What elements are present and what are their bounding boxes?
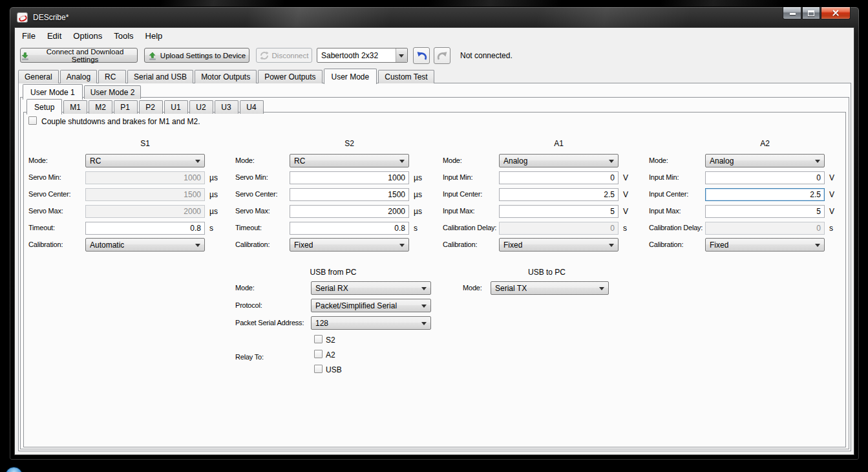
s2-calibration-value: Fixed bbox=[294, 241, 313, 250]
tab-custom-test[interactable]: Custom Test bbox=[378, 70, 434, 83]
s1-timeout-input[interactable]: 0.8 bbox=[85, 222, 205, 235]
s2-mode-value: RC bbox=[294, 156, 305, 166]
titlebar: DEScribe* bbox=[10, 7, 859, 28]
user-mode-page: User Mode 1User Mode 2 SetupM1M2P1P2U1U2… bbox=[18, 83, 851, 451]
usb-from-pc-packet-serial-address-select[interactable]: 128 bbox=[311, 316, 431, 330]
chevron-down-icon bbox=[195, 160, 200, 163]
tab-user-mode-2[interactable]: User Mode 2 bbox=[84, 85, 142, 99]
a1-input-max-input[interactable]: 5 bbox=[499, 205, 619, 218]
tab-power-outputs[interactable]: Power Outputs bbox=[258, 70, 322, 83]
setup-page: Couple shutdowns and brakes for M1 and M… bbox=[23, 112, 846, 447]
s2-servo-max-input[interactable]: 2000 bbox=[290, 205, 409, 218]
usb-from-pc-packet-serial-address-label: Packet Serial Address: bbox=[235, 319, 304, 327]
a1-input-min-input[interactable]: 0 bbox=[499, 171, 619, 184]
s1-servo-max-input[interactable]: 2000 bbox=[85, 205, 205, 218]
a2-input-max-input[interactable]: 5 bbox=[705, 205, 825, 218]
relay-usb-checkbox[interactable] bbox=[314, 365, 323, 373]
a1-input-center-input[interactable]: 2.5 bbox=[499, 188, 619, 201]
a1-calibration-delay-label: Calibration Delay: bbox=[443, 224, 496, 231]
tab-u3[interactable]: U3 bbox=[215, 100, 238, 114]
usb-from-pc-mode-label: Mode: bbox=[235, 284, 255, 292]
undo-button[interactable] bbox=[413, 47, 430, 64]
tab-m2[interactable]: M2 bbox=[89, 100, 112, 114]
relay-usb-label: USB bbox=[326, 365, 342, 374]
user-mode-tab-strip: User Mode 1User Mode 2 bbox=[23, 84, 142, 99]
a1-calibration-value: Fixed bbox=[503, 241, 522, 250]
relay-a2-checkbox[interactable] bbox=[314, 350, 323, 358]
a1-input-min-label: Input Min: bbox=[443, 173, 472, 181]
tab-u1[interactable]: U1 bbox=[164, 100, 188, 114]
close-button[interactable] bbox=[821, 7, 851, 19]
s2-servo-center-input[interactable]: 1500 bbox=[290, 188, 409, 201]
s2-timeout-label: Timeout: bbox=[235, 224, 262, 231]
tab-m1[interactable]: M1 bbox=[63, 100, 87, 114]
a2-input-min-unit: V bbox=[829, 173, 834, 182]
usb-to-pc-mode-select[interactable]: Serial TX bbox=[491, 281, 609, 295]
a2-input-min-input[interactable]: 0 bbox=[705, 171, 825, 184]
s2-servo-min-input[interactable]: 1000 bbox=[290, 171, 409, 184]
start-orb[interactable] bbox=[5, 467, 23, 472]
menu-edit[interactable]: Edit bbox=[41, 28, 67, 43]
tab-p2[interactable]: P2 bbox=[139, 100, 163, 114]
s2-servo-center-unit: µs bbox=[414, 190, 422, 199]
s1-servo-center-input[interactable]: 1500 bbox=[85, 188, 205, 201]
toolbar: Connect and Download Settings Upload Set… bbox=[15, 43, 854, 70]
s2-timeout-input[interactable]: 0.8 bbox=[290, 222, 409, 235]
device-select-value: Sabertooth 2x32 bbox=[321, 51, 378, 60]
download-icon bbox=[21, 51, 30, 60]
a2-input-max-unit: V bbox=[829, 207, 834, 216]
tab-setup[interactable]: Setup bbox=[26, 99, 62, 114]
tab-analog[interactable]: Analog bbox=[60, 70, 97, 83]
menu-tools[interactable]: Tools bbox=[108, 28, 139, 43]
tab-u2[interactable]: U2 bbox=[189, 100, 213, 114]
a1-calibration-delay-input[interactable]: 0 bbox=[499, 222, 619, 235]
a2-input-center-label: Input Center: bbox=[649, 190, 688, 198]
s1-header: S1 bbox=[85, 139, 205, 148]
minimize-button[interactable] bbox=[783, 7, 801, 19]
connect-and-download-button[interactable]: Connect and Download Settings bbox=[20, 48, 138, 63]
a1-mode-value: Analog bbox=[503, 156, 527, 166]
chevron-down-icon bbox=[421, 305, 427, 308]
a2-calibration-select[interactable]: Fixed bbox=[705, 238, 825, 252]
a1-mode-label: Mode: bbox=[443, 156, 462, 164]
chevron-down-icon bbox=[399, 160, 405, 163]
a2-calibration-delay-input[interactable]: 0 bbox=[705, 222, 825, 235]
a2-input-center-input[interactable]: 2.5 bbox=[705, 188, 825, 201]
menu-file[interactable]: File bbox=[16, 28, 41, 43]
tab-general[interactable]: General bbox=[18, 70, 59, 83]
s2-mode-select[interactable]: RC bbox=[290, 154, 409, 167]
disconnect-button[interactable]: Disconnect bbox=[256, 48, 312, 63]
tab-user-mode-1[interactable]: User Mode 1 bbox=[23, 84, 83, 100]
a1-calibration-select[interactable]: Fixed bbox=[499, 238, 619, 252]
device-select[interactable]: Sabertooth 2x32 bbox=[317, 48, 408, 63]
maximize-button[interactable] bbox=[802, 7, 820, 19]
s2-calibration-label: Calibration: bbox=[235, 241, 270, 248]
app-icon bbox=[17, 12, 28, 23]
tab-user-mode[interactable]: User Mode bbox=[324, 69, 377, 84]
relay-s2-checkbox[interactable] bbox=[314, 335, 323, 343]
chevron-down-icon bbox=[421, 322, 427, 325]
s1-calibration-select[interactable]: Automatic bbox=[85, 238, 205, 252]
upload-settings-button[interactable]: Upload Settings to Device bbox=[144, 48, 249, 63]
redo-button[interactable] bbox=[434, 47, 450, 64]
usb-from-pc-protocol-select[interactable]: Packet/Simplified Serial bbox=[311, 299, 431, 312]
s2-calibration-select[interactable]: Fixed bbox=[290, 238, 409, 252]
couple-shutdowns-checkbox[interactable] bbox=[28, 116, 37, 125]
menu-options[interactable]: Options bbox=[67, 28, 108, 43]
tab-motor-outputs[interactable]: Motor Outputs bbox=[195, 70, 257, 83]
tab-serial-and-usb[interactable]: Serial and USB bbox=[127, 70, 193, 83]
tab-rc[interactable]: RC bbox=[98, 70, 126, 83]
s1-timeout-label: Timeout: bbox=[28, 224, 55, 231]
chevron-down-icon bbox=[815, 160, 820, 163]
menu-help[interactable]: Help bbox=[140, 28, 169, 43]
a1-mode-select[interactable]: Analog bbox=[499, 154, 619, 167]
usb-to-pc-mode-label: Mode: bbox=[463, 284, 482, 292]
s1-servo-min-input[interactable]: 1000 bbox=[85, 171, 205, 184]
s1-mode-select[interactable]: RC bbox=[85, 154, 205, 167]
a2-mode-select[interactable]: Analog bbox=[705, 154, 825, 167]
tab-p1[interactable]: P1 bbox=[114, 100, 138, 114]
a1-input-center-label: Input Center: bbox=[443, 190, 482, 198]
usb-from-pc-mode-select[interactable]: Serial RX bbox=[311, 281, 431, 295]
tab-u4[interactable]: U4 bbox=[240, 100, 264, 114]
couple-shutdowns-label: Couple shutdowns and brakes for M1 and M… bbox=[41, 117, 200, 126]
